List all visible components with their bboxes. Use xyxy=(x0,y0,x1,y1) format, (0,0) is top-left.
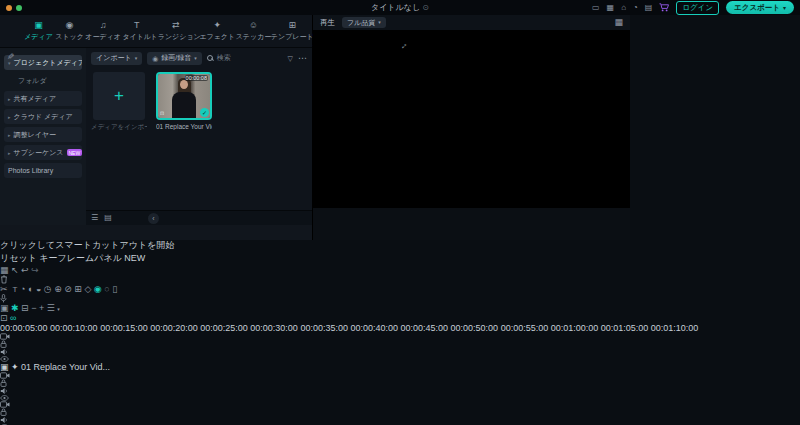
login-button[interactable]: ログイン xyxy=(676,1,719,15)
ruler-label: 00:00:50:00 xyxy=(451,323,499,333)
import-tile-label: メディアをインポート xyxy=(91,123,147,132)
preview-stage xyxy=(313,30,630,208)
chevron-down-icon[interactable]: ▾ xyxy=(57,307,60,312)
video-frame[interactable] xyxy=(398,30,546,208)
record-button[interactable]: ◉録画/録音▾ xyxy=(147,52,202,65)
ruler-label: 00:00:55:00 xyxy=(501,323,549,333)
timeline-clip-namebar: ▣ ✦ 01 Replace Your Vid... xyxy=(0,362,800,372)
chevron-right-icon: ▸ xyxy=(8,96,11,102)
window-minimize-button[interactable] xyxy=(6,5,12,11)
timeline-ruler[interactable]: 00:00:05:00 00:00:10:00 00:00:15:00 00:0… xyxy=(0,323,800,333)
media-clip-tile[interactable]: 00:00:08 ⊡ ✓ 01 Replace Your Video xyxy=(156,72,212,132)
tab-label: ステッカー xyxy=(236,32,272,42)
tab-effects[interactable]: ✦エフェクト xyxy=(200,21,234,42)
text-tool-icon[interactable]: T xyxy=(13,286,18,294)
render-preview-icon[interactable]: ◉ xyxy=(94,285,102,294)
tab-stickers[interactable]: ☺ステッカー xyxy=(236,21,270,42)
track-type-icon xyxy=(0,401,800,408)
panel-layout-icon[interactable]: ▦ xyxy=(0,266,9,275)
pointer-tool-icon[interactable]: ↖ xyxy=(11,266,19,275)
grid-view-icon[interactable]: ▤ xyxy=(104,214,112,222)
reset-button[interactable]: リセット xyxy=(0,253,37,263)
tab-audio[interactable]: ♫オーディオ xyxy=(86,21,120,42)
add-keyframe-icon[interactable]: ◇ xyxy=(84,285,91,294)
snapshot-frame-icon[interactable]: ▣ xyxy=(0,304,9,313)
undo-icon[interactable]: ↩ xyxy=(21,266,29,275)
home-icon[interactable]: ⌂ xyxy=(621,4,626,12)
scene-detect-icon[interactable]: ▦ xyxy=(614,18,623,27)
hide-track-icon[interactable]: ⊘ xyxy=(64,285,72,294)
snap-link-icon[interactable]: ∞ xyxy=(10,314,16,323)
manage-tracks-icon[interactable]: ⊡ xyxy=(0,314,8,323)
split-icon[interactable]: ✂ xyxy=(0,285,8,294)
playback-menu[interactable]: 再生 xyxy=(320,18,335,28)
sidebar-item-shared-media[interactable]: ▸共有メディア xyxy=(4,91,82,106)
tab-label: トランジション xyxy=(151,32,201,42)
export-frame-icon[interactable]: ⊟ xyxy=(21,304,29,313)
more-options-icon[interactable]: ⋯ xyxy=(298,54,307,63)
mute-icon[interactable] xyxy=(0,387,800,395)
copy-effects-icon[interactable]: ⊞ xyxy=(74,285,82,294)
keyframe-panel-button[interactable]: キーフレームパネル NEW xyxy=(39,253,145,263)
list-view-icon[interactable]: ☰ xyxy=(91,214,98,222)
lock-icon[interactable] xyxy=(0,340,800,348)
redo-icon[interactable]: ↪ xyxy=(31,266,39,275)
quality-select[interactable]: フル品質▾ xyxy=(342,17,386,28)
track-header xyxy=(0,372,800,401)
sidebar-item-folder[interactable]: フォルダ xyxy=(4,73,82,88)
ai-assistant-icon[interactable]: ✱ xyxy=(11,304,19,313)
motion-track-icon[interactable]: ◒ xyxy=(36,285,41,294)
filter-icon[interactable]: ▽ xyxy=(288,55,293,62)
sidebar-item-photos-library[interactable]: Photos Library xyxy=(4,163,82,178)
lock-icon[interactable] xyxy=(0,408,800,416)
record-label: 録画/録音 xyxy=(161,53,191,63)
color-correction-icon[interactable]: ◐ xyxy=(28,285,33,294)
import-button[interactable]: インポート▾ xyxy=(91,52,142,65)
tab-templates[interactable]: ⊞テンプレート xyxy=(273,21,312,42)
sidebar-item-cloud-media[interactable]: ▸クラウド メディア xyxy=(4,109,82,124)
track-options-icon[interactable]: ☰ xyxy=(47,304,55,313)
search-input[interactable]: 検索 xyxy=(207,53,231,63)
tab-titles[interactable]: Tタイトル xyxy=(122,21,151,42)
screen-record-icon[interactable]: ▭ xyxy=(592,4,600,12)
tab-stock[interactable]: ◉ストック xyxy=(55,21,84,42)
marker-icon[interactable]: ○ xyxy=(104,285,109,294)
voiceover-mic-icon[interactable] xyxy=(0,294,800,303)
export-button[interactable]: エクスポート ▾ xyxy=(726,1,794,14)
clip-duration-badge: 00:00:08 xyxy=(185,75,208,81)
stock-icon: ◉ xyxy=(66,21,74,30)
tab-media[interactable]: ▣メディア xyxy=(24,21,53,42)
eyedropper-icon[interactable]: ✎ xyxy=(7,53,15,62)
sidebar-item-project-media[interactable]: ▾プロジェクトメディア xyxy=(4,55,82,70)
window-zoom-button[interactable] xyxy=(16,5,22,11)
phone-mirror-icon[interactable]: ▯ xyxy=(112,285,117,294)
delete-icon[interactable] xyxy=(0,275,800,284)
tab-transitions[interactable]: ⇄トランジション xyxy=(153,21,198,42)
smart-cutout-hint: クリックしてスマートカットアウトを開始 xyxy=(0,239,800,252)
zoom-out-icon[interactable]: − xyxy=(31,304,36,313)
media-panel-footer: ☰ ▤ ‹ xyxy=(86,210,312,225)
stabilize-icon[interactable]: ⊕ xyxy=(54,285,62,294)
clip-thumbnail[interactable]: 00:00:08 ⊡ ✓ xyxy=(156,72,212,120)
sidebar-item-adjustment-layer[interactable]: ▸調整レイヤー xyxy=(4,127,82,142)
apps-grid-icon[interactable]: ▤ xyxy=(645,4,653,12)
zoom-in-icon[interactable]: + xyxy=(39,304,44,313)
clip-type-icon: ▣ xyxy=(0,362,9,372)
speed-icon[interactable]: ◔ xyxy=(20,285,25,294)
duration-timer-icon[interactable]: ◷ xyxy=(44,285,52,294)
account-icon[interactable]: ◔ xyxy=(633,4,638,12)
collapse-sidebar-button[interactable]: ‹ xyxy=(148,213,159,224)
lock-icon[interactable] xyxy=(0,379,800,387)
preview-header: 再生 フル品質▾ ▦ xyxy=(313,15,630,30)
mute-icon[interactable] xyxy=(0,348,800,356)
import-media-tile[interactable]: + メディアをインポート xyxy=(91,72,147,132)
cart-icon[interactable] xyxy=(659,3,669,12)
sidebar-item-subsequence[interactable]: ▸サブシーケンスNEW xyxy=(4,145,82,160)
track-lane[interactable]: ▣ ✦ 01 Replace Your Vid... xyxy=(0,362,800,372)
clip-effect-icon: ✦ xyxy=(11,362,19,372)
mute-icon[interactable] xyxy=(0,416,800,424)
project-title-menu-icon[interactable]: ⊙ xyxy=(422,4,429,12)
media-library-icon[interactable]: ▦ xyxy=(607,4,615,12)
timeline-clip[interactable]: ▣ ✦ 01 Replace Your Vid... xyxy=(0,362,800,372)
ruler-label: 00:00:40:00 xyxy=(350,323,398,333)
